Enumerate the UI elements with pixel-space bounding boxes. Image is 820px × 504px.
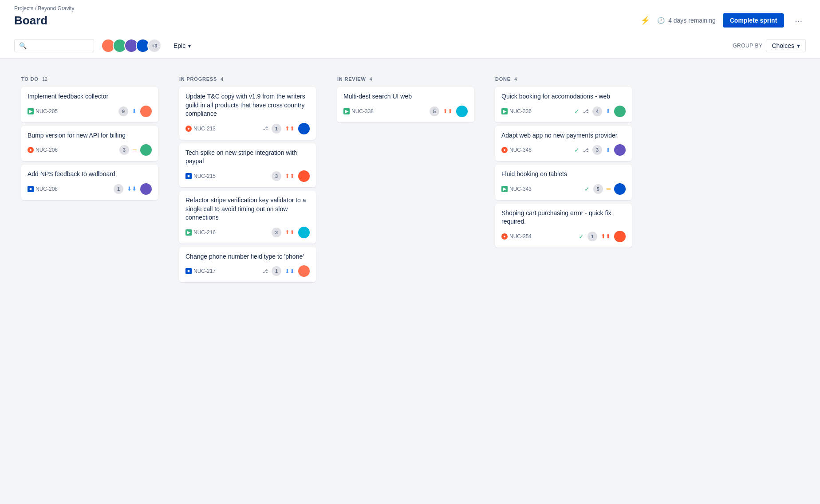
- card-badge: 1: [114, 184, 123, 194]
- card-avatar: [456, 106, 468, 117]
- card-footer: ● NUC-354 ✓ 1 ⬆⬆: [501, 231, 626, 242]
- epic-filter[interactable]: Epic: [169, 39, 196, 52]
- card-badge: 3: [119, 145, 129, 155]
- check-icon: ✓: [574, 108, 580, 115]
- story-icon: ▶: [28, 108, 34, 114]
- card-card-213[interactable]: Update T&C copy with v1.9 from the write…: [179, 87, 316, 140]
- choices-dropdown[interactable]: Choices ▾: [766, 39, 806, 52]
- ticket-id-NUC-354: ● NUC-354: [501, 233, 532, 240]
- card-title: Update T&C copy with v1.9 from the write…: [185, 92, 310, 118]
- card-title: Shoping cart purchasing error - quick fi…: [501, 209, 626, 226]
- card-footer: ▶ NUC-205 9 ⬇: [28, 106, 152, 117]
- priority-medium-icon: ═: [133, 147, 137, 154]
- group-by-label: GROUP BY: [733, 43, 762, 49]
- search-box[interactable]: 🔍: [14, 39, 94, 52]
- card-footer: ▶ NUC-336 ✓ ⎇ 4 ⬇: [501, 106, 626, 117]
- ticket-label: NUC-208: [35, 186, 58, 192]
- card-footer: ■ NUC-217 ⎇ 1 ⬇⬇: [185, 265, 310, 277]
- ticket-id-NUC-346: ● NUC-346: [501, 147, 532, 153]
- ticket-id-NUC-213: ● NUC-213: [185, 126, 216, 132]
- card-avatar: [298, 123, 310, 134]
- search-icon: 🔍: [19, 42, 27, 49]
- bug-icon: ●: [185, 126, 192, 132]
- more-options-button[interactable]: ···: [791, 14, 806, 28]
- card-avatar: [140, 183, 152, 195]
- ticket-label: NUC-216: [193, 229, 216, 236]
- ticket-id-NUC-205: ▶ NUC-205: [28, 108, 58, 114]
- column-header-todo: TO DO 12: [21, 76, 158, 82]
- card-badge: 3: [272, 228, 281, 237]
- card-badge: 9: [118, 106, 128, 116]
- priority-high-icon: ⬆⬆: [285, 125, 295, 132]
- ticket-label: NUC-215: [193, 173, 216, 179]
- card-title: Tech spike on new stripe integration wit…: [185, 149, 310, 166]
- card-card-354[interactable]: Shoping cart purchasing error - quick fi…: [495, 204, 632, 248]
- card-avatar: [140, 106, 152, 117]
- days-remaining: 4 days remaining: [668, 17, 716, 24]
- priority-low-icon: ⬇: [132, 108, 137, 114]
- priority-low-icon: ⬇: [606, 108, 611, 114]
- card-footer: ■ NUC-208 1 ⬇⬇: [28, 183, 152, 195]
- card-card-205[interactable]: Implement feedback collector ▶ NUC-205 9…: [21, 87, 158, 122]
- card-footer: ▶ NUC-343 ✓ 5 ═: [501, 183, 626, 195]
- card-card-338[interactable]: Multi-dest search UI web ▶ NUC-338 5 ⬆⬆: [337, 87, 474, 122]
- priority-lowest-icon: ⬇⬇: [285, 268, 295, 275]
- column-done: DONE 4 Quick booking for accomodations -…: [488, 69, 639, 293]
- card-card-215[interactable]: Tech spike on new stripe integration wit…: [179, 143, 316, 187]
- column-count-inreview: 4: [370, 76, 372, 82]
- card-footer: ▶ NUC-216 3 ⬆⬆: [185, 227, 310, 238]
- card-title: Add NPS feedback to wallboard: [28, 170, 152, 179]
- card-footer: ● NUC-346 ✓ ⎇ 3 ⬇: [501, 144, 626, 156]
- priority-high-icon: ⬆⬆: [443, 108, 453, 114]
- card-badge: 3: [272, 171, 281, 181]
- card-card-346[interactable]: Adapt web app no new payments provider ●…: [495, 126, 632, 161]
- choices-label: Choices: [772, 42, 794, 49]
- card-footer: ● NUC-213 ⎇ 1 ⬆⬆: [185, 123, 310, 134]
- epic-label: Epic: [173, 42, 185, 49]
- clock-icon: 🕐: [657, 17, 665, 24]
- card-footer: ■ NUC-215 3 ⬆⬆: [185, 170, 310, 182]
- card-card-336[interactable]: Quick booking for accomodations - web ▶ …: [495, 87, 632, 122]
- card-avatar: [298, 170, 310, 182]
- board: TO DO 12 Implement feedback collector ▶ …: [0, 59, 820, 303]
- card-avatar: [298, 265, 310, 277]
- card-card-217[interactable]: Change phone number field type to 'phone…: [179, 247, 316, 283]
- card-badge: 1: [587, 232, 597, 241]
- column-title-inprogress: IN PROGRESS: [179, 76, 217, 82]
- ticket-label: NUC-205: [35, 108, 58, 114]
- card-title: Change phone number field type to 'phone…: [185, 252, 310, 261]
- column-inprogress: IN PROGRESS 4 Update T&C copy with v1.9 …: [172, 69, 323, 293]
- choices-chevron-icon: ▾: [797, 42, 800, 49]
- branch-icon: ⎇: [262, 268, 268, 274]
- ticket-id-NUC-217: ■ NUC-217: [185, 268, 216, 274]
- ticket-id-NUC-215: ■ NUC-215: [185, 173, 216, 179]
- card-card-343[interactable]: Fluid booking on tablets ▶ NUC-343 ✓ 5 ═: [495, 165, 632, 200]
- story-icon: ▶: [343, 108, 350, 114]
- card-card-216[interactable]: Refactor stripe verification key validat…: [179, 191, 316, 244]
- card-card-206[interactable]: Bump version for new API for billing ● N…: [21, 126, 158, 161]
- card-avatar: [614, 231, 626, 242]
- task-icon: ■: [28, 186, 34, 192]
- card-card-208[interactable]: Add NPS feedback to wallboard ■ NUC-208 …: [21, 165, 158, 200]
- lightning-icon: ⚡: [640, 16, 650, 25]
- ticket-label: NUC-346: [509, 147, 532, 153]
- priority-lowest-icon: ⬇⬇: [127, 185, 137, 192]
- page-title: Board: [14, 14, 47, 28]
- card-avatar: [614, 183, 626, 195]
- avatar-count[interactable]: +3: [147, 39, 162, 53]
- column-count-inprogress: 4: [221, 76, 223, 82]
- bug-icon: ●: [28, 147, 34, 153]
- check-icon: ✓: [579, 233, 584, 240]
- column-header-inprogress: IN PROGRESS 4: [179, 76, 316, 82]
- search-input[interactable]: [29, 42, 89, 49]
- card-title: Refactor stripe verification key validat…: [185, 196, 310, 222]
- breadcrumb: Projects / Beyond Gravity: [14, 5, 806, 12]
- complete-sprint-button[interactable]: Complete sprint: [723, 13, 785, 28]
- bug-icon: ●: [501, 147, 508, 153]
- ticket-id-NUC-338: ▶ NUC-338: [343, 108, 374, 114]
- check-icon: ✓: [574, 146, 580, 154]
- priority-urgent-icon: ⬆⬆: [601, 233, 611, 240]
- story-icon: ▶: [501, 186, 508, 192]
- branch-icon: ⎇: [262, 126, 268, 131]
- ticket-label: NUC-336: [509, 108, 532, 114]
